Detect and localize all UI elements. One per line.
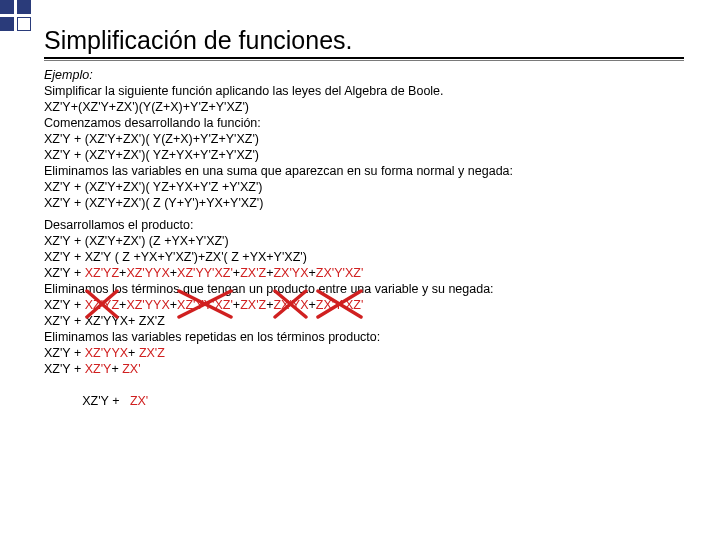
formula: XZ'Y + XZ'Y ( Z +YX+Y'XZ')+ZX'( Z +YX+Y'… bbox=[44, 249, 684, 265]
formula: XZ'Y + (XZ'Y+ZX')( Z (Y+Y')+YX+Y'XZ') bbox=[44, 195, 684, 211]
text-line: Eliminamos los términos que tengan un pr… bbox=[44, 281, 684, 297]
text-line: Eliminamos las variables en una suma que… bbox=[44, 163, 684, 179]
formula: XZ'Y + ZX' bbox=[44, 377, 684, 425]
example-label: Ejemplo: bbox=[44, 68, 93, 82]
formula: XZ'Y + (XZ'Y+ZX') (Z +YX+Y'XZ') bbox=[44, 233, 684, 249]
content: Ejemplo: Simplificar la siguiente funció… bbox=[44, 67, 684, 425]
formula: XZ'Y + (XZ'Y+ZX')( YZ+YX+Y'Z +Y'XZ') bbox=[44, 179, 684, 195]
text-line: Desarrollamos el producto: bbox=[44, 217, 684, 233]
block-2: Desarrollamos el producto: XZ'Y + (XZ'Y+… bbox=[44, 217, 684, 425]
formula: XZ'Y + XZ'YYX+ ZX'Z bbox=[44, 345, 684, 361]
block-1: Ejemplo: Simplificar la siguiente funció… bbox=[44, 67, 684, 211]
formula: XZ'Y + XZ'Y+ ZX' bbox=[44, 361, 684, 377]
formula: XZ'Y + XZ'YZ+XZ'YYX+XZ'YY'XZ'+ZX'Z+ZX'YX… bbox=[44, 297, 684, 313]
text-line: Simplificar la siguiente función aplican… bbox=[44, 83, 684, 99]
formula: XZ'Y + XZ'YZ+XZ'YYX+XZ'YY'XZ'+ZX'Z+ZX'YX… bbox=[44, 265, 684, 281]
text-line: Eliminamos las variables repetidas en lo… bbox=[44, 329, 684, 345]
formula: XZ'Y+(XZ'Y+ZX')(Y(Z+X)+Y'Z+Y'XZ') bbox=[44, 99, 684, 115]
formula: XZ'Y + (XZ'Y+ZX')( YZ+YX+Y'Z+Y'XZ') bbox=[44, 147, 684, 163]
slide-body: Simplificación de funciones. Ejemplo: Si… bbox=[0, 0, 720, 540]
formula: XZ'Y + XZ'YYX+ ZX'Z bbox=[44, 313, 684, 329]
title-rule bbox=[44, 57, 684, 61]
formula: XZ'Y + (XZ'Y+ZX')( Y(Z+X)+Y'Z+Y'XZ') bbox=[44, 131, 684, 147]
text-line: Comenzamos desarrollando la función: bbox=[44, 115, 684, 131]
slide-title: Simplificación de funciones. bbox=[44, 26, 684, 55]
